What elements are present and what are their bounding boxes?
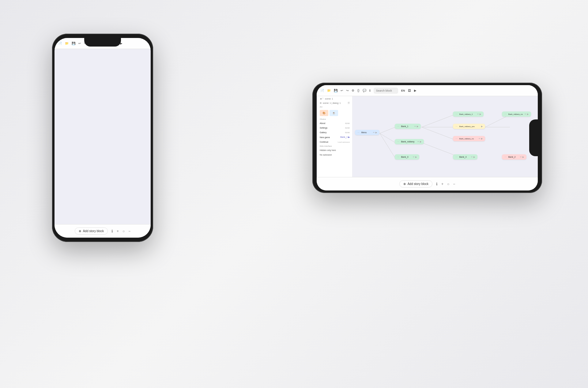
ls-bank-robbery-node[interactable]: ··· Bank_robbery ✏ ▶ xyxy=(395,139,424,144)
ls-info-icon[interactable]: ℹ xyxy=(436,182,438,186)
circle-icon[interactable]: ○ xyxy=(123,229,125,233)
phone-landscape-notch xyxy=(529,119,538,156)
ls-code-icon[interactable]: {} xyxy=(357,89,360,92)
ls-bankrobbery-far-node[interactable]: ··· Bank_robbery_no ✏ ▶ xyxy=(502,111,531,117)
ls-lang-selector[interactable]: EN xyxy=(401,89,405,92)
panel-item-settings[interactable]: Settings none xyxy=(317,126,352,130)
ls-info-icon[interactable]: ℹ xyxy=(369,89,371,92)
phone-portrait-notch xyxy=(84,38,121,47)
svg-line-14 xyxy=(422,127,454,139)
ls-redo-icon[interactable]: ↪ xyxy=(346,89,349,92)
ls-circle-icon[interactable]: ○ xyxy=(447,182,449,186)
info-icon[interactable]: ℹ xyxy=(111,229,113,233)
save-icon[interactable]: 💾 xyxy=(72,42,75,45)
phone-landscape-screen: 📄 📁 💾 ↩ ↪ ⚙ {} 💬 ℹ EN 🖼 ▶ ☁♡ scene: 1 xyxy=(317,85,538,190)
ls-bank4-node[interactable]: ··· Bank_4 ✏ ▶ xyxy=(453,154,477,160)
phone-portrait: 📄 📁 💾 ↩ ↪ ⚙ {} 💬 EN 🖼 ▶ xyxy=(52,34,153,242)
art-items: 🎨 ☕ xyxy=(317,109,352,117)
ls-open-icon[interactable]: 📁 xyxy=(327,89,331,92)
panel-item-no-autosave[interactable]: No autosave xyxy=(317,153,352,157)
choice-section-label: Choice xyxy=(317,117,352,121)
art-section-label: Art xyxy=(317,105,352,109)
phone-landscape: 📄 📁 💾 ↩ ↪ ⚙ {} 💬 ℹ EN 🖼 ▶ ☁♡ scene: 1 xyxy=(312,83,542,193)
svg-line-10 xyxy=(380,133,395,142)
hide-interface-label: Hide interface xyxy=(317,144,352,148)
landscape-connections xyxy=(352,96,538,177)
panel-item-newgame[interactable]: New game Bank_1 ▶ xyxy=(317,135,352,140)
landscape-bottom-bar: ⊕ Add story block ℹ + ○ − xyxy=(317,177,538,190)
landscape-canvas: ··· Menu ✏ ▶ ··· Bank_1 ✏ ▶ ··· Bank_rob… xyxy=(352,96,538,177)
ls-minus-icon[interactable]: − xyxy=(453,182,455,186)
ls-bank-robbery1-node[interactable]: ··· Bank_robbery_1 ✏ ▶ xyxy=(453,111,484,117)
ls-play-icon[interactable]: ▶ xyxy=(414,89,417,92)
landscape-left-panel: ☁♡ scene: 1 ⚙ scene: 1 | dialog: 1 ☰ Art… xyxy=(317,96,352,177)
ls-bank2-node[interactable]: ··· Bank_2 ✏ ▶ xyxy=(502,154,526,160)
add-story-block-button[interactable]: ⊕ Add story block xyxy=(75,228,108,235)
panel-header: ☁♡ scene: 1 xyxy=(317,96,352,100)
add-circle-icon: ⊕ xyxy=(79,229,81,233)
ls-bank-robbery-yes-node[interactable]: ··· Bank_robbery_yes ▶ xyxy=(453,124,485,129)
ls-bank1-node[interactable]: ··· Bank_1 ✏ ▶ xyxy=(395,124,421,129)
open-icon[interactable]: 📁 xyxy=(65,42,69,45)
ls-image-icon[interactable]: 🖼 xyxy=(408,89,411,92)
panel-item-about[interactable]: About none xyxy=(317,121,352,126)
landscape-toolbar: 📄 📁 💾 ↩ ↪ ⚙ {} 💬 ℹ EN 🖼 ▶ xyxy=(317,85,538,96)
undo-icon[interactable]: ↩ xyxy=(78,42,81,45)
ls-add-circle-icon: ⊕ xyxy=(403,182,406,186)
ls-menu-node[interactable]: ··· Menu ✏ ▶ xyxy=(355,130,379,135)
minus-icon[interactable]: − xyxy=(128,229,130,233)
new-file-icon[interactable]: 📄 xyxy=(58,42,62,45)
art-thumb-2[interactable]: ☕ xyxy=(330,110,338,116)
panel-item-hidden[interactable]: Hidden only here xyxy=(317,148,352,153)
ls-new-file-icon[interactable]: 📄 xyxy=(320,89,324,92)
ls-bank3-node[interactable]: ··· Bank_3 ✏ ▶ xyxy=(395,154,419,160)
ls-undo-icon[interactable]: ↩ xyxy=(341,89,343,92)
svg-line-12 xyxy=(422,115,454,127)
search-input[interactable] xyxy=(374,88,398,94)
ls-save-icon[interactable]: 💾 xyxy=(334,89,337,92)
ls-plus-icon[interactable]: + xyxy=(441,182,443,186)
ls-comment-icon[interactable]: 💬 xyxy=(363,89,366,92)
svg-line-11 xyxy=(380,133,395,158)
art-thumb-1[interactable]: 🎨 xyxy=(320,110,328,116)
panel-item-continue[interactable]: Continue Load autosave xyxy=(317,140,352,144)
panel-item-gallery[interactable]: Gallery none xyxy=(317,130,352,135)
portrait-bottom-bar: ⊕ Add story block ℹ + ○ − xyxy=(55,224,151,238)
panel-dialog-header: ⚙ scene: 1 | dialog: 1 ☰ xyxy=(317,100,352,105)
ls-bank-robbery-no-node[interactable]: ··· Bank_robbery_no ✏ ▶ xyxy=(453,136,485,141)
ls-settings-icon[interactable]: ⚙ xyxy=(352,89,354,92)
phone-portrait-screen: 📄 📁 💾 ↩ ↪ ⚙ {} 💬 EN 🖼 ▶ xyxy=(55,38,151,238)
svg-line-15 xyxy=(422,143,454,155)
ls-add-story-block-button[interactable]: ⊕ Add story block xyxy=(399,180,432,187)
svg-line-9 xyxy=(380,127,395,133)
plus-icon[interactable]: + xyxy=(117,229,119,233)
scene: 📄 📁 💾 ↩ ↪ ⚙ {} 💬 EN 🖼 ▶ xyxy=(0,0,588,388)
